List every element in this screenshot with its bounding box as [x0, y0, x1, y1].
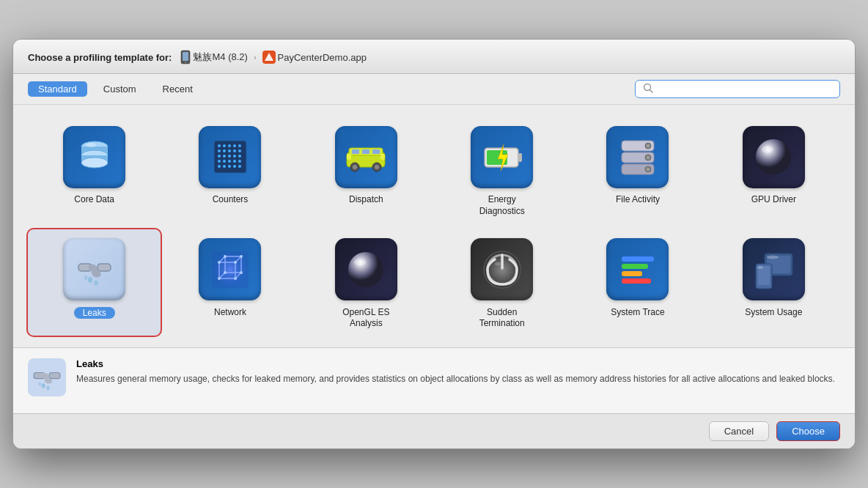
svg-rect-92	[622, 271, 642, 276]
dialog-title: Choose a profiling template for:	[28, 52, 172, 63]
svg-point-28	[238, 155, 241, 158]
tab-custom[interactable]: Custom	[93, 81, 147, 97]
sudden-icon-svg	[480, 248, 524, 292]
template-item-system-trace[interactable]: System Trace	[571, 229, 704, 336]
svg-point-33	[238, 160, 241, 163]
dispatch-icon-base	[335, 126, 397, 188]
svg-rect-42	[362, 149, 369, 154]
svg-point-68	[94, 280, 98, 285]
svg-point-34	[218, 165, 221, 168]
search-input[interactable]	[656, 84, 832, 95]
gpu-driver-label: GPU Driver	[751, 194, 796, 206]
energy-icon-svg	[480, 137, 524, 177]
svg-rect-41	[352, 149, 359, 154]
svg-rect-91	[622, 264, 648, 269]
svg-point-61	[647, 157, 649, 159]
svg-rect-90	[622, 256, 654, 262]
svg-point-62	[647, 169, 649, 171]
svg-point-16	[228, 144, 231, 147]
opengl-icon-container	[333, 237, 399, 303]
file-activity-icon-svg	[616, 135, 660, 179]
svg-point-99	[767, 255, 779, 259]
app-icon-svg	[262, 51, 276, 64]
template-item-sudden-termination[interactable]: SuddenTermination	[435, 229, 568, 336]
detail-text: Leaks Measures general memory usage, che…	[76, 358, 835, 385]
svg-point-11	[81, 158, 108, 168]
template-item-dispatch[interactable]: Dispatch	[300, 117, 433, 223]
svg-point-38	[238, 165, 241, 168]
system-trace-icon-container	[605, 237, 671, 303]
profiling-template-dialog: Choose a profiling template for: 魅族M4 (8…	[12, 39, 856, 448]
system-trace-icon-svg	[616, 249, 660, 289]
tab-standard[interactable]: Standard	[28, 81, 87, 97]
template-item-opengl-es[interactable]: OpenGL ESAnalysis	[300, 229, 433, 336]
svg-point-69	[84, 276, 87, 280]
svg-point-36	[228, 165, 231, 168]
template-item-energy-diagnostics[interactable]: EnergyDiagnostics	[435, 117, 568, 223]
svg-point-98	[757, 266, 763, 269]
svg-point-31	[228, 160, 231, 163]
svg-rect-49	[380, 154, 385, 160]
core-data-icon-svg	[73, 135, 117, 179]
counters-label: Counters	[213, 194, 249, 206]
dispatch-label: Dispatch	[349, 194, 383, 206]
svg-point-79	[218, 277, 221, 280]
cancel-button[interactable]: Cancel	[709, 421, 769, 441]
svg-point-24	[218, 155, 221, 158]
svg-point-32	[233, 160, 236, 163]
detail-icon	[28, 358, 66, 396]
core-data-icon-container	[62, 124, 128, 190]
template-grid: Core Data	[13, 105, 855, 347]
template-item-counters[interactable]: Counters	[163, 117, 296, 223]
svg-rect-1	[183, 52, 188, 61]
tab-recent[interactable]: Recent	[152, 81, 203, 97]
svg-point-64	[762, 146, 773, 153]
svg-point-2	[185, 62, 186, 63]
svg-rect-93	[622, 278, 651, 284]
core-data-label: Core Data	[74, 194, 114, 206]
detail-area: Leaks Measures general memory usage, che…	[13, 347, 855, 413]
network-icon-base	[199, 238, 261, 300]
gpu-icon-container	[740, 124, 806, 190]
gpu-icon-svg	[751, 135, 795, 179]
sudden-termination-label: SuddenTermination	[479, 307, 525, 330]
breadcrumb-chevron: ›	[254, 53, 257, 62]
template-item-leaks[interactable]: Leaks	[28, 229, 161, 336]
svg-point-26	[228, 155, 231, 158]
counters-icon-svg	[208, 135, 252, 179]
file-activity-label: File Activity	[616, 194, 660, 206]
svg-point-27	[233, 155, 236, 158]
template-item-file-activity[interactable]: File Activity	[571, 117, 704, 223]
gpu-icon-base	[743, 126, 805, 188]
svg-point-63	[756, 139, 791, 174]
svg-line-6	[650, 90, 653, 93]
template-item-network[interactable]: Network	[163, 229, 296, 336]
device-name: 魅族M4 (8.2)	[193, 51, 247, 64]
leaks-icon-base	[63, 238, 125, 300]
svg-point-20	[223, 149, 226, 152]
file-activity-icon-base	[606, 126, 669, 188]
system-trace-icon-base	[606, 238, 669, 300]
energy-icon-container	[469, 124, 535, 190]
svg-point-81	[224, 255, 227, 258]
choose-button[interactable]: Choose	[776, 421, 840, 441]
svg-rect-66	[98, 264, 111, 271]
detail-title: Leaks	[76, 358, 835, 369]
network-icon-container	[197, 237, 263, 303]
phone-icon	[180, 50, 191, 64]
dispatch-icon-container	[333, 124, 399, 190]
core-data-icon-base	[63, 126, 125, 188]
leaks-icon-container	[62, 237, 128, 303]
template-item-gpu-driver[interactable]: GPU Driver	[707, 117, 840, 223]
template-item-core-data[interactable]: Core Data	[28, 117, 161, 223]
app-name: PayCenterDemo.app	[278, 52, 367, 63]
svg-point-89	[495, 262, 501, 265]
leaks-label-badge: Leaks	[74, 307, 115, 319]
svg-point-37	[233, 165, 236, 168]
svg-point-83	[240, 271, 243, 274]
search-icon	[643, 83, 653, 95]
svg-point-82	[240, 255, 243, 258]
svg-rect-51	[518, 153, 522, 162]
template-item-system-usage[interactable]: System Usage	[707, 229, 840, 336]
detail-description: Measures general memory usage, checks fo…	[76, 372, 835, 385]
